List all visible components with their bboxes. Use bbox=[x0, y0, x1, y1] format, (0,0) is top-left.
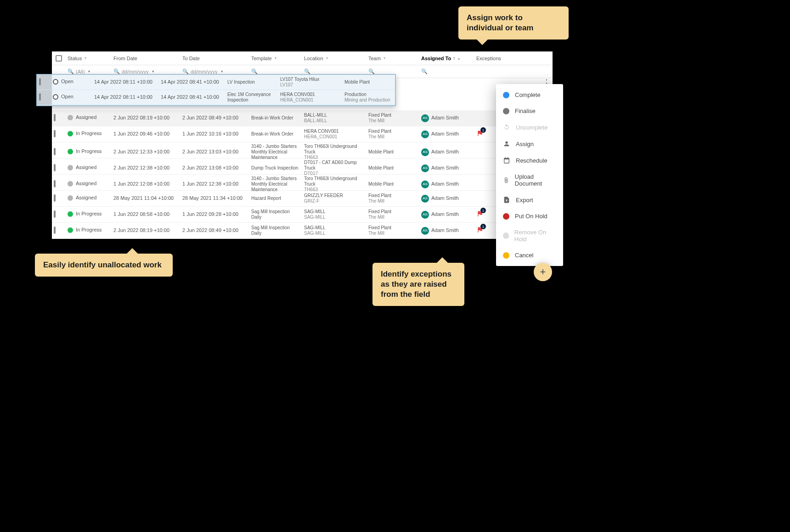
row-checkbox[interactable] bbox=[52, 226, 66, 235]
from-cell: 14 Apr 2022 08:11 +10:00 bbox=[92, 93, 159, 102]
location-cell: SAG-MILLSAG-MILL bbox=[302, 208, 367, 221]
filter-assigned[interactable]: 🔍 bbox=[419, 68, 474, 74]
status-cell: In Progress bbox=[66, 147, 112, 157]
status-dot-icon bbox=[68, 195, 73, 201]
callout-assign: Assign work to individual or team bbox=[458, 6, 569, 40]
row-checkbox[interactable] bbox=[52, 130, 66, 138]
status-cell: In Progress bbox=[66, 209, 112, 220]
hold-dot-icon bbox=[503, 213, 509, 220]
header-location[interactable]: Location bbox=[302, 56, 367, 61]
from-cell: 2 Jun 2022 12:33 +10:00 bbox=[112, 147, 181, 156]
header-status[interactable]: Status bbox=[66, 56, 112, 61]
header-from[interactable]: From Date bbox=[112, 56, 181, 61]
table-row[interactable]: In Progress 2 Jun 2022 12:33 +10:00 2 Ju… bbox=[52, 142, 553, 158]
to-cell: 1 Jun 2022 12:38 +10:00 bbox=[181, 180, 249, 188]
menu-hold[interactable]: Put On Hold bbox=[496, 208, 563, 224]
header-assigned[interactable]: Assigned To ↑ bbox=[419, 56, 474, 61]
assigned-cell: ASAdam Smith bbox=[419, 113, 474, 124]
table-row[interactable]: In Progress 1 Jun 2022 08:58 +10:00 1 Ju… bbox=[52, 207, 553, 223]
person-icon bbox=[503, 140, 510, 147]
attachment-icon bbox=[503, 176, 509, 184]
to-cell: 2 Jun 2022 08:49 +10:00 bbox=[181, 226, 249, 235]
header-team[interactable]: Team bbox=[367, 56, 419, 61]
header-to[interactable]: To Date bbox=[181, 56, 249, 61]
row-checkbox[interactable] bbox=[52, 147, 66, 156]
status-dot-icon bbox=[68, 181, 73, 187]
menu-remove-hold: Remove On Hold bbox=[496, 224, 563, 247]
assigned-cell: ASAdam Smith bbox=[419, 209, 474, 220]
template-cell: Dump Truck Inspection bbox=[249, 164, 302, 172]
to-cell: 2 Jun 2022 08:49 +10:00 bbox=[181, 113, 249, 122]
from-cell: 14 Apr 2022 08:11 +10:00 bbox=[92, 78, 159, 86]
search-icon: 🔍 bbox=[421, 68, 428, 74]
header-exceptions[interactable]: Exceptions bbox=[474, 56, 523, 61]
template-cell: 3140 - Jumbo Starters Monthly Electrical… bbox=[249, 175, 302, 194]
team-cell: Mobile Plant bbox=[367, 148, 419, 156]
row-checkbox[interactable] bbox=[52, 194, 66, 203]
location-cell: LV107 Toyota HiluxLV107 bbox=[278, 75, 343, 89]
row-checkbox[interactable] bbox=[52, 210, 66, 219]
menu-cancel[interactable]: Cancel bbox=[496, 247, 563, 263]
status-dot-icon bbox=[68, 149, 73, 154]
template-cell: Hazard Report bbox=[249, 194, 302, 203]
to-cell: 28 May 2021 11:34 +10:00 bbox=[181, 194, 249, 203]
table-row[interactable]: In Progress 2 Jun 2022 08:19 +10:00 2 Ju… bbox=[52, 223, 553, 239]
callout-exceptions: Identify exceptions as they are raised f… bbox=[372, 263, 464, 306]
status-dot-icon bbox=[68, 115, 73, 120]
callout-unallocated: Easily identify unallocated work bbox=[35, 254, 173, 277]
row-checkbox[interactable] bbox=[52, 180, 66, 188]
row-checkbox[interactable] bbox=[52, 113, 66, 122]
menu-uncomplete: Uncomplete bbox=[496, 119, 563, 136]
table-row[interactable]: Open 14 Apr 2022 08:11 +10:00 14 Apr 202… bbox=[37, 75, 395, 90]
unallocated-highlight: Open 14 Apr 2022 08:11 +10:00 14 Apr 202… bbox=[36, 74, 396, 106]
header-template[interactable]: Template bbox=[249, 56, 302, 61]
menu-export[interactable]: Export bbox=[496, 192, 563, 208]
menu-upload[interactable]: Upload Document bbox=[496, 169, 563, 192]
avatar: AS bbox=[421, 181, 429, 188]
status-dot-icon bbox=[68, 131, 73, 136]
finalise-dot-icon bbox=[503, 108, 509, 114]
flag-icon: 1 bbox=[476, 130, 484, 138]
add-button[interactable]: + bbox=[534, 263, 552, 281]
team-cell: Fixed PlantThe Mill bbox=[367, 192, 419, 205]
status-cell: Open bbox=[51, 92, 92, 102]
status-dot-icon bbox=[53, 79, 58, 85]
remove-hold-dot-icon bbox=[503, 232, 509, 239]
header-checkbox[interactable] bbox=[52, 55, 66, 62]
menu-finalise[interactable]: Finalise bbox=[496, 103, 563, 119]
menu-assign[interactable]: Assign bbox=[496, 136, 563, 152]
row-checkbox[interactable] bbox=[37, 93, 51, 102]
location-cell: SAG-MILLSAG-MILL bbox=[302, 224, 367, 238]
menu-reschedule[interactable]: Reschedule bbox=[496, 152, 563, 169]
table-row[interactable]: Assigned 2 Jun 2022 08:19 +10:00 2 Jun 2… bbox=[52, 110, 553, 126]
row-action-menu: Complete Finalise Uncomplete Assign Resc… bbox=[496, 84, 563, 266]
assigned-cell: ASAdam Smith bbox=[419, 129, 474, 140]
from-cell: 1 Jun 2022 09:46 +10:00 bbox=[112, 130, 181, 138]
table-row[interactable]: Assigned 1 Jun 2022 12:08 +10:00 1 Jun 2… bbox=[52, 175, 553, 191]
to-cell: 1 Jun 2022 09:28 +10:00 bbox=[181, 210, 249, 219]
assigned-cell: ASAdam Smith bbox=[419, 147, 474, 158]
avatar: AS bbox=[421, 211, 429, 219]
table-row[interactable]: Assigned 28 May 2021 11:04 +10:00 28 May… bbox=[52, 191, 553, 207]
status-cell: In Progress bbox=[66, 129, 112, 139]
to-cell: 14 Apr 2022 08:41 +10:00 bbox=[159, 93, 226, 102]
status-dot-icon bbox=[53, 94, 58, 100]
team-cell: Mobile Plant bbox=[367, 164, 419, 172]
row-checkbox[interactable] bbox=[37, 78, 51, 86]
table-row[interactable]: In Progress 1 Jun 2022 09:46 +10:00 1 Ju… bbox=[52, 126, 553, 142]
to-cell: 2 Jun 2022 13:03 +10:00 bbox=[181, 147, 249, 156]
avatar: AS bbox=[421, 148, 429, 156]
template-cell: Elec 1M Conveyance Inspection bbox=[226, 91, 278, 104]
table-row[interactable]: Open 14 Apr 2022 08:11 +10:00 14 Apr 202… bbox=[37, 90, 395, 105]
from-cell: 2 Jun 2022 08:19 +10:00 bbox=[112, 113, 181, 122]
sort-ascending-icon: ↑ bbox=[453, 56, 455, 61]
menu-complete[interactable]: Complete bbox=[496, 87, 563, 103]
assigned-cell: ASAdam Smith bbox=[419, 179, 474, 190]
table-row[interactable]: Assigned 2 Jun 2022 12:38 +10:00 2 Jun 2… bbox=[52, 158, 553, 175]
row-checkbox[interactable] bbox=[52, 164, 66, 172]
team-cell: Fixed PlantThe Mill bbox=[367, 208, 419, 221]
status-cell: Assigned bbox=[66, 179, 112, 189]
avatar: AS bbox=[421, 195, 429, 203]
complete-dot-icon bbox=[503, 92, 509, 98]
team-cell: Mobile Plant bbox=[367, 180, 419, 188]
